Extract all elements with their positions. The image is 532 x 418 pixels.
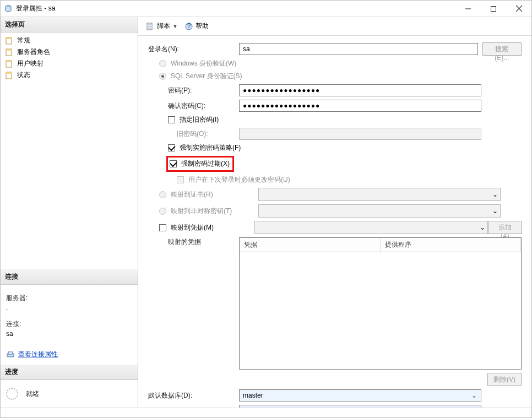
checkbox-icon [170, 160, 177, 167]
login-properties-window: 登录属性 - sa 选择页 常规 服务器角色 [0, 0, 532, 418]
connection-label: 连接: [6, 319, 132, 329]
col-provider: 提供程序 [381, 238, 522, 252]
certificate-select: ⌄ [258, 188, 501, 201]
progress-section: 就绪 [1, 380, 138, 408]
sidebar-item-label: 用户映射 [17, 59, 44, 68]
list-header: 凭据 提供程序 [240, 238, 521, 252]
page-icon [5, 36, 14, 45]
radio-icon [159, 191, 166, 198]
login-name-label: 登录名(N): [148, 45, 239, 54]
checkbox-icon [177, 176, 184, 183]
checkbox-specify-old-password[interactable]: 指定旧密码(I) [168, 115, 219, 124]
mapped-credentials-list[interactable]: 凭据 提供程序 [239, 237, 522, 370]
checkbox-enforce-password-expiration[interactable]: 强制密码过期(X) [170, 159, 230, 169]
connection-icon [6, 350, 15, 359]
titlebar: 登录属性 - sa [1, 1, 531, 17]
password-input[interactable]: ●●●●●●●●●●●●●●●●● [239, 84, 481, 96]
radio-windows-auth: Windows 身份验证(W) [159, 59, 236, 68]
sidebar-item-user-mapping[interactable]: 用户映射 [1, 58, 138, 69]
body: 选择页 常规 服务器角色 用户映射 [1, 17, 531, 408]
link-label: 查看连接属性 [18, 350, 58, 359]
radio-label: 映射到证书(R) [171, 190, 213, 199]
checkbox-label: 指定旧密码(I) [180, 115, 219, 124]
script-button[interactable]: 脚本 ▼ [144, 20, 180, 32]
window-controls [455, 1, 531, 17]
sidebar-item-server-roles[interactable]: 服务器角色 [1, 46, 138, 58]
svg-rect-8 [6, 49, 12, 51]
maximize-button[interactable] [481, 1, 506, 17]
chevron-down-icon: ▼ [172, 23, 178, 29]
server-label: 服务器: [6, 294, 132, 303]
radio-icon [159, 208, 166, 215]
radio-map-to-certificate: 映射到证书(R) [159, 190, 258, 199]
sidebar-item-label: 常规 [17, 36, 30, 45]
radio-label: 映射到非对称密钥(T) [171, 207, 232, 216]
connection-header: 连接 [1, 269, 138, 285]
svg-rect-14 [8, 352, 13, 354]
page-icon [5, 71, 14, 80]
mapped-credentials-label: 映射的凭据 [148, 237, 239, 247]
highlight-enforce-expire: 强制密码过期(X) [166, 156, 234, 172]
radio-sql-auth: SQL Server 身份验证(S) [159, 72, 242, 81]
checkbox-enforce-password-policy[interactable]: 强制实施密码策略(F) [168, 143, 241, 153]
server-value: . [6, 304, 132, 312]
right-pane: 脚本 ▼ ? 帮助 登录名(N): sa 搜索(E)... [138, 17, 531, 408]
toolbar: 脚本 ▼ ? 帮助 [138, 17, 531, 36]
checkbox-label: 映射到凭据(M) [171, 223, 214, 232]
sidebar-item-label: 状态 [17, 70, 30, 80]
sidebar-item-label: 服务器角色 [17, 47, 50, 57]
old-password-label: 旧密码(O): [148, 129, 239, 139]
script-icon [146, 22, 155, 31]
sidebar-item-status[interactable]: 状态 [1, 69, 138, 81]
help-label: 帮助 [196, 21, 209, 31]
combo-value: master [243, 392, 263, 399]
close-button[interactable] [506, 1, 531, 17]
database-icon [4, 4, 13, 13]
checkbox-label: 强制密码过期(X) [181, 159, 230, 169]
login-name-input[interactable]: sa [239, 43, 478, 55]
checkbox-icon [168, 144, 175, 151]
connection-section: 服务器: . 连接: sa 查看连接属性 [1, 285, 138, 365]
chevron-down-icon: ⌄ [480, 224, 485, 231]
chevron-down-icon: ⌄ [470, 392, 479, 399]
old-password-input [239, 128, 481, 140]
minimize-button[interactable] [455, 1, 481, 17]
page-icon [5, 48, 14, 57]
checkbox-icon [168, 116, 175, 123]
checkbox-label: 强制实施密码策略(F) [180, 143, 241, 153]
chevron-down-icon: ⌄ [492, 207, 498, 215]
footer [1, 408, 531, 417]
radio-label: SQL Server 身份验证(S) [171, 72, 242, 81]
radio-map-to-asym-key: 映射到非对称密钥(T) [159, 207, 258, 216]
progress-spinner-icon [6, 388, 18, 400]
credential-select: ⌄ [254, 221, 488, 234]
checkbox-label: 用户在下次登录时必须更改密码(U) [188, 175, 290, 184]
col-credential: 凭据 [240, 238, 381, 252]
form-content: 登录名(N): sa 搜索(E)... Windows 身份验证(W) [138, 36, 531, 408]
radio-label: Windows 身份验证(W) [171, 59, 236, 68]
view-connection-properties-link[interactable]: 查看连接属性 [6, 350, 132, 359]
default-database-select[interactable]: master ⌄ [239, 389, 481, 401]
select-page-list: 常规 服务器角色 用户映射 状态 [1, 32, 138, 83]
progress-header: 进度 [1, 365, 138, 380]
help-icon: ? [184, 22, 193, 31]
add-credential-button: 添加(A) [488, 221, 522, 234]
left-pane: 选择页 常规 服务器角色 用户映射 [1, 17, 138, 408]
checkbox-must-change-password: 用户在下次登录时必须更改密码(U) [177, 175, 290, 184]
svg-text:?: ? [187, 22, 191, 30]
sidebar-item-general[interactable]: 常规 [1, 35, 138, 46]
confirm-password-input[interactable]: ●●●●●●●●●●●●●●●●● [239, 100, 481, 112]
svg-rect-10 [6, 61, 12, 62]
password-label: 密码(P): [148, 86, 239, 95]
asym-key-select: ⌄ [258, 204, 501, 218]
help-button[interactable]: ? 帮助 [182, 20, 211, 32]
page-icon [5, 59, 14, 68]
radio-icon [159, 60, 166, 67]
svg-rect-12 [6, 72, 12, 74]
chevron-down-icon: ⌄ [492, 191, 498, 198]
select-page-header: 选择页 [1, 17, 138, 32]
radio-icon [159, 73, 166, 80]
svg-rect-6 [6, 37, 12, 39]
checkbox-map-to-credential[interactable]: 映射到凭据(M) [159, 223, 254, 232]
window-title: 登录属性 - sa [16, 4, 455, 13]
